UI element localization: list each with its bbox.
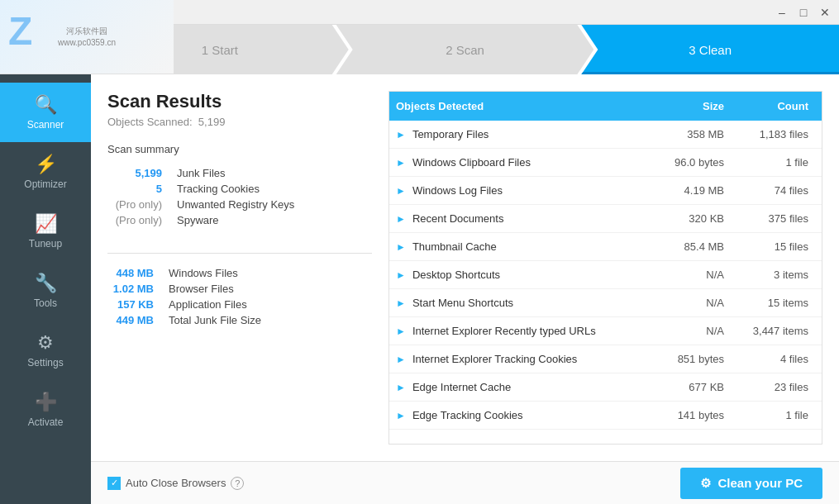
row-expand-icon: ► bbox=[396, 129, 406, 140]
auto-close-checkbox[interactable]: ✓ bbox=[107, 477, 121, 490]
step-2-number: 2 bbox=[446, 43, 452, 57]
step-1-label: Start bbox=[212, 43, 238, 57]
size-row-3: 157 KB Application Files bbox=[107, 297, 372, 312]
sidebar-item-activate[interactable]: ➕ Activate bbox=[0, 380, 91, 440]
row-name: Internet Explorer Recently typed URLs bbox=[412, 325, 650, 337]
row-count: 1 file bbox=[732, 156, 815, 169]
row-name: Windows Clipboard Files bbox=[412, 156, 650, 169]
table-row[interactable]: ► Recent Documents 320 KB 375 files bbox=[389, 205, 822, 233]
bottom-bar: ✓ Auto Close Browsers ? ⚙ Clean your PC bbox=[91, 461, 839, 504]
scan-summary-label: Scan summary bbox=[107, 143, 372, 155]
close-button[interactable]: ✕ bbox=[818, 5, 832, 20]
results-table-panel: Objects Detected Size Count ► Temporary … bbox=[389, 91, 822, 445]
window-controls: – □ ✕ bbox=[775, 5, 832, 20]
table-row[interactable]: ► Temporary Files 358 MB 1,183 files bbox=[389, 121, 822, 149]
sidebar-settings-label: Settings bbox=[27, 357, 63, 368]
row-name: Recent Documents bbox=[412, 212, 650, 225]
table-header: Objects Detected Size Count bbox=[389, 92, 822, 121]
row-size: 4.19 MB bbox=[650, 184, 732, 197]
watermark-z: Z bbox=[8, 8, 32, 54]
row-name: Start Menu Shortcuts bbox=[412, 297, 650, 309]
row-name: Edge Tracking Cookies bbox=[412, 409, 650, 421]
size-val-1: 448 MB bbox=[107, 265, 165, 281]
row-size: 358 MB bbox=[650, 128, 732, 140]
left-panel: Scan Results Objects Scanned: 5,199 Scan… bbox=[107, 91, 372, 487]
row-expand-icon: ► bbox=[396, 269, 406, 281]
row-size: 96.0 bytes bbox=[650, 156, 732, 169]
watermark: Z 河乐软件园 www.pc0359.cn bbox=[0, 0, 174, 74]
row-count: 74 files bbox=[732, 184, 815, 197]
sidebar-item-settings[interactable]: ⚙ Settings bbox=[0, 321, 91, 380]
tools-icon: 🔧 bbox=[35, 273, 57, 294]
row-expand-icon: ► bbox=[396, 326, 406, 337]
size-row-4: 449 MB Total Junk File Size bbox=[107, 312, 372, 328]
summary-desc-2: Tracking Cookies bbox=[174, 181, 372, 197]
steps-bar: 1 Start 2 Scan 3 Clean bbox=[91, 25, 839, 74]
tuneup-icon: 📈 bbox=[35, 213, 57, 235]
table-row[interactable]: ► Desktop Shortcuts N/A 3 items bbox=[389, 261, 822, 289]
watermark-text: 河乐软件园 www.pc0359.cn bbox=[58, 26, 116, 49]
settings-icon: ⚙ bbox=[37, 332, 54, 354]
table-row[interactable]: ► Windows Clipboard Files 96.0 bytes 1 f… bbox=[389, 149, 822, 177]
summary-num-2: 5 bbox=[107, 181, 174, 197]
objects-scanned-label: Objects Scanned: bbox=[107, 116, 193, 128]
content-area: Scan Results Objects Scanned: 5,199 Scan… bbox=[91, 74, 839, 504]
divider bbox=[107, 253, 372, 254]
row-expand-icon: ► bbox=[396, 297, 406, 309]
optimizer-icon: ⚡ bbox=[35, 154, 57, 175]
maximize-button[interactable]: □ bbox=[796, 5, 811, 20]
row-count: 15 items bbox=[732, 297, 815, 309]
activate-icon: ➕ bbox=[35, 392, 57, 413]
row-name: Temporary Files bbox=[412, 128, 650, 140]
row-name: Thumbnail Cache bbox=[412, 240, 650, 253]
row-count: 1 file bbox=[732, 409, 815, 421]
clean-button-label: Clean your PC bbox=[717, 476, 803, 490]
summary-row-4: (Pro only) Spyware bbox=[107, 212, 372, 228]
step-clean[interactable]: 3 Clean bbox=[581, 25, 839, 74]
table-row[interactable]: ► Internet Explorer Tracking Cookies 851… bbox=[389, 345, 822, 373]
summary-desc-3: Unwanted Registry Keys bbox=[174, 197, 372, 212]
row-count: 23 files bbox=[732, 381, 815, 393]
step-3-label: Clean bbox=[699, 43, 732, 57]
size-desc-3: Application Files bbox=[165, 297, 372, 312]
minimize-button[interactable]: – bbox=[775, 5, 789, 20]
size-val-3: 157 KB bbox=[107, 297, 165, 312]
row-name: Desktop Shortcuts bbox=[412, 269, 650, 281]
row-name: Windows Log Files bbox=[412, 184, 650, 197]
summary-table: 5,199 Junk Files 5 Tracking Cookies (Pro… bbox=[107, 165, 372, 228]
step-1-number: 1 bbox=[202, 43, 208, 57]
main-layout: 🔍 Scanner ⚡ Optimizer 📈 Tuneup 🔧 Tools ⚙… bbox=[0, 74, 839, 504]
clean-button[interactable]: ⚙ Clean your PC bbox=[680, 468, 822, 499]
help-icon[interactable]: ? bbox=[231, 477, 244, 490]
table-row[interactable]: ► Edge Internet Cache 677 KB 23 files bbox=[389, 373, 822, 402]
sidebar-item-scanner[interactable]: 🔍 Scanner bbox=[0, 83, 91, 142]
row-size: 85.4 MB bbox=[650, 240, 732, 253]
size-table: 448 MB Windows Files 1.02 MB Browser Fil… bbox=[107, 265, 372, 328]
row-expand-icon: ► bbox=[396, 241, 406, 253]
row-expand-icon: ► bbox=[396, 382, 406, 393]
row-size: N/A bbox=[650, 297, 732, 309]
watermark-label: 河乐软件园 bbox=[58, 26, 116, 37]
table-row[interactable]: ► Edge Tracking Cookies 141 bytes 1 file bbox=[389, 402, 822, 430]
row-count: 1,183 files bbox=[732, 128, 815, 140]
header-count: Count bbox=[732, 100, 815, 112]
table-row[interactable]: ► Thumbnail Cache 85.4 MB 15 files bbox=[389, 233, 822, 261]
objects-scanned: Objects Scanned: 5,199 bbox=[107, 116, 372, 128]
table-row[interactable]: ► Start Menu Shortcuts N/A 15 items bbox=[389, 289, 822, 317]
sidebar-item-tools[interactable]: 🔧 Tools bbox=[0, 261, 91, 321]
scan-results-title: Scan Results bbox=[107, 91, 372, 112]
step-scan[interactable]: 2 Scan bbox=[336, 25, 594, 74]
sidebar-item-optimizer[interactable]: ⚡ Optimizer bbox=[0, 142, 91, 202]
step-3-number: 3 bbox=[689, 43, 695, 57]
summary-row-1: 5,199 Junk Files bbox=[107, 165, 372, 181]
table-row[interactable]: ► Windows Log Files 4.19 MB 74 files bbox=[389, 177, 822, 205]
row-count: 3,447 items bbox=[732, 325, 815, 337]
table-row[interactable]: ► Internet Explorer Recently typed URLs … bbox=[389, 317, 822, 345]
table-body: ► Temporary Files 358 MB 1,183 files ► W… bbox=[389, 121, 822, 444]
row-size: 851 bytes bbox=[650, 353, 732, 365]
row-expand-icon: ► bbox=[396, 213, 406, 225]
sidebar-activate-label: Activate bbox=[28, 416, 64, 428]
summary-desc-1: Junk Files bbox=[174, 165, 372, 181]
summary-num-1: 5,199 bbox=[107, 165, 174, 181]
sidebar-item-tuneup[interactable]: 📈 Tuneup bbox=[0, 202, 91, 261]
